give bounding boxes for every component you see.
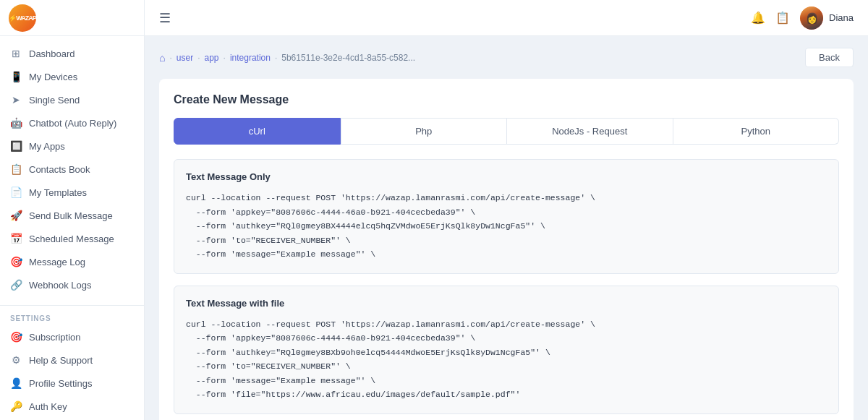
main-area: ☰ 🔔 📋 👩 Diana ⌂ · user · app · integr xyxy=(145,0,868,420)
sep2: · xyxy=(197,53,200,63)
sidebar-item-contacts[interactable]: 📋 Contacts Book xyxy=(0,158,144,181)
breadcrumb-bar: ⌂ · user · app · integration · 5b61511e-… xyxy=(159,48,854,67)
code-section-text-only: Text Message Only curl --location --requ… xyxy=(174,159,839,274)
sidebar: ⚡WAZAP ⊞ Dashboard 📱 My Devices ➤ Single… xyxy=(0,0,145,420)
header-right: 🔔 📋 👩 Diana xyxy=(751,7,854,30)
devices-icon: 📱 xyxy=(10,71,22,82)
user-avatar-wrap[interactable]: 👩 Diana xyxy=(800,7,854,30)
sidebar-item-auth-key[interactable]: 🔑 Auth Key xyxy=(0,395,144,418)
sidebar-label-webhook: Webhook Logs xyxy=(29,280,92,291)
send-icon: ➤ xyxy=(10,94,22,106)
page-title: Create New Message xyxy=(174,93,839,106)
sidebar-item-bulk[interactable]: 🚀 Send Bulk Message xyxy=(0,204,144,227)
subscription-icon: 🎯 xyxy=(10,331,22,343)
sidebar-nav: ⊞ Dashboard 📱 My Devices ➤ Single Send 🤖… xyxy=(0,36,144,420)
bulk-icon: 🚀 xyxy=(10,210,22,221)
copy-icon[interactable]: 📋 xyxy=(775,11,790,25)
dashboard-icon: ⊞ xyxy=(10,48,22,59)
breadcrumb-user[interactable]: user xyxy=(176,53,193,63)
sidebar-item-templates[interactable]: 📄 My Templates xyxy=(0,181,144,204)
main-card: Create New Message cUrl Php NodeJs - Req… xyxy=(159,79,854,420)
sidebar-item-chatbot[interactable]: 🤖 Chatbot (Auto Reply) xyxy=(0,111,144,134)
tabs-row: cUrl Php NodeJs - Request Python xyxy=(174,118,839,145)
sidebar-label-my-apps: My Apps xyxy=(29,141,65,152)
tab-php[interactable]: Php xyxy=(341,118,508,145)
content-area: ⌂ · user · app · integration · 5b61511e-… xyxy=(145,36,868,420)
sidebar-label-templates: My Templates xyxy=(29,187,87,198)
home-icon[interactable]: ⌂ xyxy=(159,52,165,64)
sidebar-label-my-devices: My Devices xyxy=(29,72,77,82)
sidebar-label-profile: Profile Settings xyxy=(29,378,92,389)
auth-key-icon: 🔑 xyxy=(10,400,22,412)
sidebar-item-dashboard[interactable]: ⊞ Dashboard xyxy=(0,42,144,65)
back-button[interactable]: Back xyxy=(805,48,854,67)
sep3: · xyxy=(224,53,226,63)
breadcrumb-id: 5b61511e-3e2e-4cd1-8a55-c582... xyxy=(281,53,415,63)
sidebar-label-chatbot: Chatbot (Auto Reply) xyxy=(29,118,116,129)
chatbot-icon: 🤖 xyxy=(10,117,22,129)
apps-icon: 🔲 xyxy=(10,140,22,152)
sidebar-label-dashboard: Dashboard xyxy=(29,48,75,59)
tab-curl[interactable]: cUrl xyxy=(174,118,341,145)
sidebar-label-single-send: Single Send xyxy=(29,95,80,106)
username-label: Diana xyxy=(829,12,854,23)
breadcrumb: ⌂ · user · app · integration · 5b61511e-… xyxy=(159,52,415,64)
code-title-2: Text Message with file xyxy=(186,298,827,309)
sidebar-label-auth-key: Auth Key xyxy=(29,401,67,412)
sidebar-item-webhook[interactable]: 🔗 Webhook Logs xyxy=(0,273,144,296)
sidebar-label-message-log: Message Log xyxy=(29,257,85,267)
sidebar-item-scheduled[interactable]: 📅 Scheduled Message xyxy=(0,227,144,250)
logo-badge: ⚡WAZAP xyxy=(9,4,36,32)
sidebar-item-subscription[interactable]: 🎯 Subscription xyxy=(0,325,144,348)
templates-icon: 📄 xyxy=(10,187,22,198)
profile-icon: 👤 xyxy=(10,377,22,389)
logo-area: ⚡WAZAP xyxy=(0,0,144,36)
code-section-text-file: Text Message with file curl --location -… xyxy=(174,286,839,414)
code-title-1: Text Message Only xyxy=(186,171,827,182)
sidebar-label-subscription: Subscription xyxy=(29,332,81,343)
header: ☰ 🔔 📋 👩 Diana xyxy=(145,0,868,36)
sidebar-item-my-devices[interactable]: 📱 My Devices xyxy=(0,65,144,88)
sep1: · xyxy=(169,53,171,63)
tab-python[interactable]: Python xyxy=(673,118,840,145)
code-block-1: curl --location --request POST 'https://… xyxy=(186,191,827,262)
contacts-icon: 📋 xyxy=(10,163,22,175)
breadcrumb-integration[interactable]: integration xyxy=(230,53,271,63)
sidebar-item-message-log[interactable]: 🎯 Message Log xyxy=(0,250,144,273)
sidebar-item-single-send[interactable]: ➤ Single Send xyxy=(0,88,144,111)
hamburger-button[interactable]: ☰ xyxy=(159,10,171,26)
help-icon: ⚙ xyxy=(10,354,22,366)
header-left: ☰ xyxy=(159,10,171,26)
sidebar-item-profile[interactable]: 👤 Profile Settings xyxy=(0,372,144,395)
tab-nodejs[interactable]: NodeJs - Request xyxy=(507,118,673,145)
webhook-icon: 🔗 xyxy=(10,279,22,291)
sidebar-item-my-apps[interactable]: 🔲 My Apps xyxy=(0,134,144,158)
sidebar-label-scheduled: Scheduled Message xyxy=(29,233,114,244)
code-block-2: curl --location --request POST 'https://… xyxy=(186,317,827,402)
sep4: · xyxy=(275,53,277,63)
settings-section-label: SETTINGS xyxy=(0,309,144,325)
avatar-image: 👩 xyxy=(800,7,823,30)
sidebar-item-help[interactable]: ⚙ Help & Support xyxy=(0,348,144,372)
sidebar-label-bulk: Send Bulk Message xyxy=(29,210,113,221)
sidebar-label-contacts: Contacts Book xyxy=(29,164,90,175)
scheduled-icon: 📅 xyxy=(10,233,22,244)
avatar: 👩 xyxy=(800,7,823,30)
log-icon: 🎯 xyxy=(10,256,22,267)
breadcrumb-app[interactable]: app xyxy=(205,53,219,63)
notification-icon[interactable]: 🔔 xyxy=(751,11,765,25)
sidebar-label-help: Help & Support xyxy=(29,355,93,366)
